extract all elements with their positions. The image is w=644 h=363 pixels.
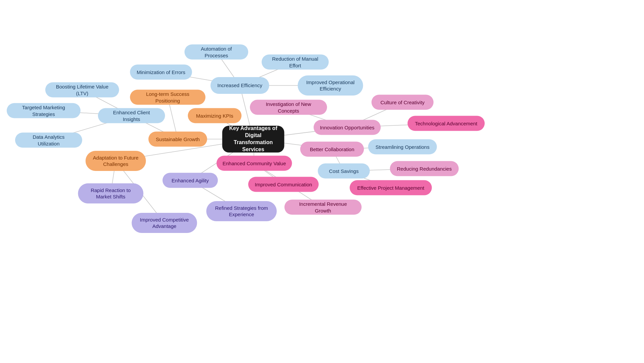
node-technological[interactable]: Technological Advancement bbox=[408, 116, 485, 131]
node-reduction[interactable]: Reduction of Manual Effort bbox=[262, 55, 329, 70]
node-data-analytics[interactable]: Data Analytics Utilization bbox=[15, 133, 82, 148]
node-improved-competitive[interactable]: Improved Competitive Advantage bbox=[132, 213, 197, 233]
node-streamlining[interactable]: Streamlining Operations bbox=[368, 139, 437, 155]
node-enhanced-agility[interactable]: Enhanced Agility bbox=[163, 173, 218, 188]
node-improved-comm[interactable]: Improved Communication bbox=[248, 177, 319, 192]
node-improved-operational[interactable]: Improved Operational Efficiency bbox=[298, 75, 363, 96]
node-rapid-reaction[interactable]: Rapid Reaction to Market Shifts bbox=[78, 183, 144, 203]
node-long-term[interactable]: Long-term Success Positioning bbox=[130, 90, 206, 105]
node-targeted[interactable]: Targeted Marketing Strategies bbox=[7, 103, 80, 118]
node-maximizing[interactable]: Maximizing KPIs bbox=[188, 108, 241, 123]
node-better-collab[interactable]: Better Collaboration bbox=[300, 142, 364, 157]
node-reducing[interactable]: Reducing Redundancies bbox=[390, 161, 459, 176]
node-automation[interactable]: Automation of Processes bbox=[184, 45, 248, 60]
node-effective-pm[interactable]: Effective Project Management bbox=[350, 180, 432, 195]
node-boosting-ltv[interactable]: Boosting Lifetime Value (LTV) bbox=[45, 82, 119, 98]
node-sustainable[interactable]: Sustainable Growth bbox=[149, 132, 207, 147]
node-minimization[interactable]: Minimization of Errors bbox=[130, 65, 192, 80]
node-incremental[interactable]: Incremental Revenue Growth bbox=[284, 200, 362, 215]
node-refined[interactable]: Refined Strategies from Experience bbox=[206, 201, 277, 221]
node-enhanced-community[interactable]: Enhanced Community Value bbox=[217, 156, 292, 171]
node-innovation[interactable]: Innovation Opportunities bbox=[314, 120, 381, 135]
node-enhanced-client[interactable]: Enhanced Client Insights bbox=[98, 108, 165, 123]
mindmap-container: Key Advantages of Digital Transformation… bbox=[0, 0, 644, 363]
node-culture-creativity[interactable]: Culture of Creativity bbox=[372, 95, 434, 110]
node-adaptation[interactable]: Adaptation to Future Challenges bbox=[86, 151, 146, 171]
node-investigation[interactable]: Investigation of New Concepts bbox=[250, 100, 327, 115]
node-increased-efficiency[interactable]: Increased Efficiency bbox=[211, 77, 269, 94]
node-cost-savings[interactable]: Cost Savings bbox=[318, 164, 370, 179]
center-node[interactable]: Key Advantages of Digital Transformation… bbox=[222, 126, 284, 153]
